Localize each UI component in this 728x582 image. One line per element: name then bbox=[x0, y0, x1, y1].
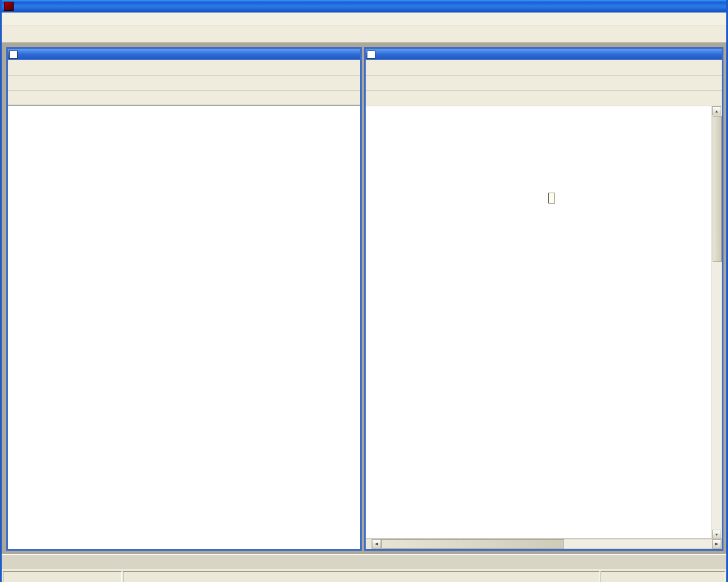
schematic-toolbar-row2 bbox=[366, 76, 722, 91]
schematic-toolbar-row1 bbox=[366, 60, 722, 76]
horizontal-scroll-thumb[interactable] bbox=[381, 539, 564, 548]
scroll-up-button[interactable]: ▲ bbox=[712, 106, 721, 115]
node-tooltip bbox=[548, 193, 555, 203]
schematic-window-icon bbox=[367, 51, 375, 59]
application-window: ▲ ▼ ◀ ▶ bbox=[0, 0, 728, 582]
plot-toolbar-row3 bbox=[8, 91, 360, 105]
waveform-plot[interactable] bbox=[8, 106, 360, 551]
schematic-window: ▲ ▼ ◀ ▶ bbox=[364, 47, 723, 551]
transient-analysis-window bbox=[6, 47, 362, 551]
plot-toolbar-row1 bbox=[8, 60, 360, 76]
plot-window-icon bbox=[9, 51, 18, 59]
plot-titlebar[interactable] bbox=[8, 49, 360, 60]
vertical-scrollbar[interactable]: ▲ ▼ bbox=[712, 106, 722, 539]
menubar bbox=[2, 13, 726, 26]
schematic-toolbar-row3 bbox=[366, 91, 722, 106]
schematic-titlebar[interactable] bbox=[366, 49, 722, 60]
status-node-info bbox=[123, 571, 599, 582]
plot-toolbar-row2 bbox=[8, 76, 360, 91]
scroll-down-button[interactable]: ▼ bbox=[712, 530, 721, 539]
mdi-workspace: ▲ ▼ ◀ ▶ bbox=[2, 43, 726, 554]
schematic-drawing[interactable] bbox=[366, 106, 712, 539]
scroll-right-button[interactable]: ▶ bbox=[712, 539, 721, 548]
document-tab-bar bbox=[2, 554, 726, 569]
schematic-bottom-strip: ◀ ▶ bbox=[366, 538, 722, 549]
status-grid-readout bbox=[601, 571, 725, 582]
schematic-client: ▲ ▼ ◀ ▶ bbox=[366, 106, 722, 549]
scroll-left-button[interactable]: ◀ bbox=[372, 539, 381, 548]
plot-area[interactable] bbox=[8, 105, 360, 549]
horizontal-scrollbar[interactable]: ◀ ▶ bbox=[371, 539, 722, 549]
main-titlebar[interactable] bbox=[2, 0, 726, 13]
vertical-scroll-thumb[interactable] bbox=[713, 116, 722, 262]
main-toolbar bbox=[2, 26, 726, 43]
horizontal-scroll-track[interactable] bbox=[381, 539, 712, 548]
app-icon bbox=[4, 2, 14, 11]
schematic-canvas[interactable] bbox=[366, 106, 712, 539]
statusbar bbox=[2, 569, 726, 582]
status-plot-mode bbox=[3, 571, 122, 582]
